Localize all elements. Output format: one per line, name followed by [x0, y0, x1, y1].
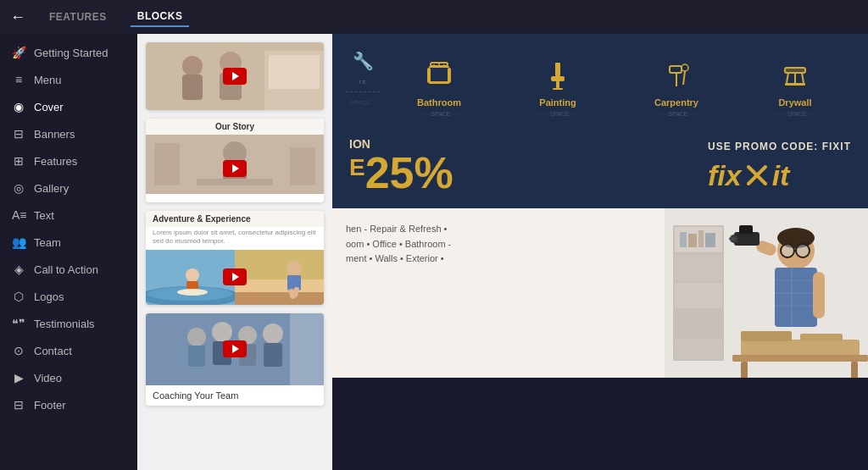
bottom-section: hen - Repair & Refresh • oom • Office • … [332, 208, 868, 378]
sidebar-item-testimonials[interactable]: ❝❞ Testimonials [0, 310, 137, 337]
sidebar-item-cover[interactable]: ◉ Cover [0, 93, 137, 120]
svg-rect-73 [705, 233, 715, 247]
adventure-sub: Lorem ipsum dolor sit amet, consectetur … [146, 227, 324, 250]
svg-rect-92 [741, 340, 860, 357]
service-carpentry: Carpentry · · · · SPACE · · · [617, 59, 736, 117]
space-painting: · · · · SPACE · · · [498, 111, 617, 117]
sidebar-item-gallery[interactable]: ◎ Gallery [0, 174, 137, 202]
svg-rect-66 [675, 255, 722, 280]
svg-rect-88 [739, 225, 753, 234]
video-icon: ▶ [12, 371, 25, 384]
sidebar-item-text[interactable]: A≡ Text [0, 202, 137, 229]
thumbnail-3[interactable]: Adventure & Experience Lorem ipsum dolor… [146, 211, 324, 305]
left-strip: 🔧 rs · · · ·SPACE· · · [346, 44, 380, 117]
tab-features[interactable]: FEATURES [42, 8, 114, 26]
svg-rect-51 [670, 66, 682, 73]
space-bathroom: · · · · SPACE · · · [380, 111, 498, 117]
svg-line-57 [787, 73, 788, 83]
sidebar-label: Call to Action [34, 263, 98, 276]
sidebar-label: Gallery [34, 182, 69, 195]
svg-point-18 [186, 268, 199, 282]
svg-line-54 [683, 71, 685, 85]
svg-rect-14 [290, 147, 315, 185]
service-name-drywall: Drywall [736, 97, 854, 108]
svg-point-20 [177, 289, 208, 296]
svg-line-59 [802, 73, 804, 83]
sidebar-item-menu[interactable]: ≡ Menu [0, 66, 137, 93]
rocket-icon: 🚀 [12, 46, 25, 59]
play-button-3[interactable] [223, 268, 247, 285]
thumb-img-4 [146, 313, 324, 385]
sidebar-label: Video [34, 372, 62, 384]
play-button-2[interactable] [223, 160, 247, 177]
bottom-worker-image [665, 208, 868, 378]
promo-fix: fix [708, 159, 742, 192]
promo-it: it [772, 159, 790, 192]
thumbnail-2[interactable]: Our Story [146, 119, 324, 202]
sidebar-item-logos[interactable]: ⬡ Logos [0, 283, 137, 310]
play-button-1[interactable] [223, 68, 247, 85]
testimonials-icon: ❝❞ [12, 317, 25, 330]
svg-rect-97 [851, 362, 858, 378]
sidebar-label: Contact [34, 345, 72, 357]
svg-rect-67 [675, 283, 722, 308]
svg-rect-56 [785, 68, 805, 73]
tab-blocks[interactable]: BLOCKS [131, 7, 190, 27]
service-bathroom: Bathroom · · · · SPACE · · · [380, 59, 498, 117]
thumbnail-4[interactable]: Coaching Your Team [146, 313, 324, 406]
thumbnail-panel: Our Story [137, 34, 332, 470]
menu-icon: ≡ [12, 73, 25, 86]
svg-rect-42 [448, 68, 451, 83]
space-drywall: · · · · SPACE · · · [736, 111, 854, 117]
services-row: 🔧 rs · · · ·SPACE· · · [332, 34, 868, 124]
sidebar-item-cta[interactable]: ◈ Call to Action [0, 256, 137, 283]
features-icon: ⊞ [12, 154, 25, 168]
sidebar-item-banners[interactable]: ⊟ Banners [0, 120, 137, 147]
wrench-icon: 🔧 [353, 51, 374, 71]
svg-rect-43 [429, 81, 449, 84]
promo-left: ION E 25% [349, 137, 453, 195]
gallery-icon: ◎ [12, 181, 25, 195]
thumbnail-1[interactable] [146, 42, 324, 110]
sidebar-item-contact[interactable]: ⊙ Contact [0, 337, 137, 364]
contact-icon: ⊙ [12, 344, 25, 357]
footer-icon: ⊟ [12, 398, 25, 412]
sidebar-item-video[interactable]: ▶ Video [0, 364, 137, 391]
thumb-img-1 [146, 42, 324, 110]
sidebar-label: Menu [34, 74, 62, 86]
team-icon: 👥 [12, 235, 25, 249]
main-content: 🚀 Getting Started ≡ Menu ◉ Cover ⊟ Banne… [0, 34, 868, 470]
svg-rect-68 [675, 311, 722, 336]
promo-banner: ION E 25% USE PROMO CODE: FIXIT fix [332, 124, 868, 208]
sidebar-item-team[interactable]: 👥 Team [0, 229, 137, 256]
svg-rect-79 [775, 268, 817, 327]
play-button-4[interactable] [223, 340, 247, 357]
thumb-img-3 [146, 250, 324, 305]
svg-rect-72 [698, 230, 704, 247]
strip-space: · · · ·SPACE· · · [346, 91, 380, 110]
bottom-text-2: oom • Office • Bathroom - [346, 237, 651, 252]
sidebar-item-getting-started[interactable]: 🚀 Getting Started [0, 39, 137, 66]
sidebar-item-features[interactable]: ⊞ Features [0, 147, 137, 174]
bottom-text-content: hen - Repair & Refresh • oom • Office • … [332, 208, 665, 378]
cta-icon: ◈ [12, 263, 25, 276]
svg-rect-90 [729, 237, 736, 241]
promo-e: E [349, 154, 365, 181]
svg-rect-38 [290, 313, 324, 385]
strip-label: rs [359, 78, 367, 86]
svg-point-76 [781, 244, 794, 257]
cover-icon: ◉ [12, 100, 25, 113]
top-bar: ← FEATURES BLOCKS [0, 0, 868, 34]
svg-rect-95 [732, 355, 868, 362]
service-drywall: Drywall · · · · SPACE · · · [736, 59, 854, 117]
preview-inner: 🔧 rs · · · ·SPACE· · · [332, 34, 868, 470]
sidebar-label: Cover [34, 101, 64, 113]
sidebar-item-footer[interactable]: ⊟ Footer [0, 391, 137, 418]
sidebar-label: Banners [34, 128, 75, 141]
story-title: Our Story [146, 119, 324, 135]
sidebar-label: Logos [34, 290, 64, 303]
sidebar-label: Testimonials [34, 318, 95, 330]
svg-rect-69 [675, 339, 722, 360]
svg-rect-23 [235, 292, 324, 305]
back-button[interactable]: ← [10, 8, 25, 26]
